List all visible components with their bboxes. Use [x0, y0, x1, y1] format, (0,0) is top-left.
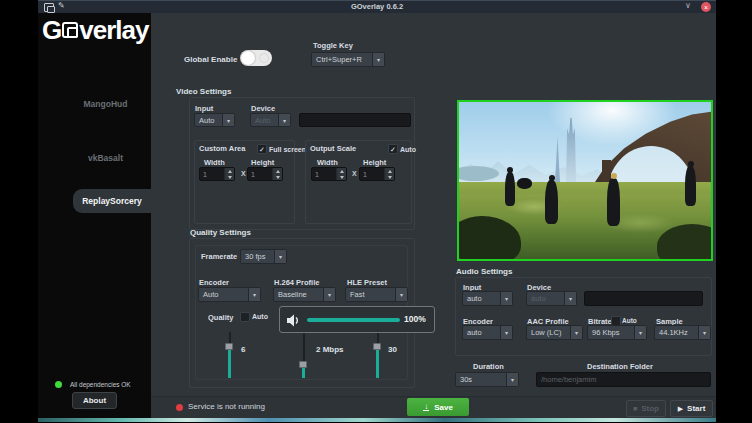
quality-auto-checkbox[interactable] [240, 312, 250, 322]
game-character-silhouette [545, 180, 558, 224]
global-enable-label: Global Enable [184, 55, 237, 64]
combo-arrow-icon[interactable]: ▾ [570, 326, 582, 339]
slider-handle[interactable] [225, 343, 233, 350]
audio-encoder-select[interactable]: auto ▾ [462, 325, 513, 340]
volume-bar[interactable] [307, 318, 400, 322]
slider-fill [376, 349, 379, 378]
goverlay-window: ✎ GOverlay 0.6.2 ∨ × Gverlay MangoHud vk… [0, 0, 752, 423]
quality-max-slider[interactable] [373, 332, 382, 378]
video-input-select[interactable]: Auto ▾ [194, 113, 235, 127]
audio-settings-title: Audio Settings [456, 267, 512, 276]
combo-arrow-icon[interactable]: ▾ [274, 250, 286, 263]
quality-min-slider[interactable] [225, 332, 234, 378]
framerate-select[interactable]: 30 fps ▾ [240, 249, 287, 264]
stop-icon: ■ [633, 405, 637, 412]
combo-arrow-icon[interactable]: ▾ [372, 53, 384, 66]
logo-text-suffix: verlay [79, 15, 148, 45]
sidebar [38, 13, 151, 418]
dependencies-status-dot [55, 381, 62, 388]
slider-handle[interactable] [299, 361, 307, 368]
start-button[interactable]: ▶ Start [670, 400, 713, 417]
save-button[interactable]: ↓ Save [407, 398, 469, 416]
audio-input-select[interactable]: auto ▾ [462, 291, 513, 306]
output-scale-auto-label: Auto [400, 146, 416, 153]
combo-arrow-icon[interactable]: ▾ [500, 292, 512, 305]
encoder-label: Encoder [199, 278, 229, 287]
goverlay-logo: Gverlay [42, 15, 148, 46]
global-enable-toggle[interactable] [240, 50, 272, 66]
audio-encoder-value: auto [463, 326, 500, 339]
combo-arrow-icon[interactable]: ▾ [500, 326, 512, 339]
slider-handle[interactable] [373, 343, 381, 350]
sidebar-item-mangohud[interactable]: MangoHud [60, 99, 151, 109]
output-width-label: Width [317, 158, 338, 167]
bitrate-value: 96 Kbps [588, 326, 634, 339]
combo-arrow-icon[interactable]: ▾ [323, 288, 335, 301]
desktop-edge-strip [38, 418, 716, 422]
spin-down-button[interactable] [337, 174, 346, 180]
chevron-down-icon[interactable]: ∨ [685, 1, 691, 10]
combo-arrow-icon[interactable]: ▾ [248, 288, 260, 301]
combo-arrow-icon[interactable]: ▾ [634, 326, 646, 339]
sidebar-item-replaysorcery[interactable]: ReplaySorcery [73, 196, 151, 206]
close-button[interactable]: × [701, 2, 711, 12]
fullscreen-checkbox[interactable]: ✓ [257, 144, 267, 154]
output-scale-title: Output Scale [310, 144, 356, 153]
video-device-select[interactable]: Auto ▾ [250, 113, 291, 127]
hle-preset-select[interactable]: Fast ▾ [345, 287, 408, 302]
spin-up-icon [228, 170, 232, 173]
sample-select[interactable]: 44.1KHz ▾ [654, 325, 711, 340]
video-settings-title: Video Settings [176, 87, 231, 96]
about-button[interactable]: About [72, 392, 117, 409]
video-device-path-input[interactable] [299, 113, 411, 127]
custom-width-value: 1 [200, 168, 224, 180]
speaker-icon [286, 313, 301, 328]
hle-preset-label: HLE Preset [347, 278, 387, 287]
toggle-key-label: Toggle Key [313, 41, 353, 50]
spin-down-button[interactable] [225, 174, 234, 180]
custom-width-spinner[interactable]: 1 [199, 167, 235, 181]
toggle-key-select[interactable]: Ctrl+Super+R ▾ [311, 52, 385, 67]
fullscreen-label: Full screen [269, 146, 306, 153]
duration-value: 30s [456, 373, 506, 386]
bitrate-slider[interactable] [299, 332, 308, 378]
h264-profile-select[interactable]: Baseline ▾ [273, 287, 336, 302]
combo-arrow-icon[interactable]: ▾ [506, 373, 518, 386]
duration-select[interactable]: 30s ▾ [455, 372, 519, 387]
output-height-spinner[interactable]: 1 [359, 167, 395, 181]
custom-height-spinner[interactable]: 1 [247, 167, 283, 181]
slider-fill [302, 367, 305, 378]
service-status-text: Service is not running [188, 402, 265, 411]
framerate-value: 30 fps [241, 250, 274, 263]
combo-arrow-icon[interactable]: ▾ [222, 114, 234, 126]
slider-fill [228, 349, 231, 378]
output-scale-auto-checkbox[interactable]: ✓ [388, 144, 398, 154]
audio-device-value: auto [527, 292, 564, 305]
sidebar-item-vkbasalt[interactable]: vkBasalt [60, 153, 151, 163]
spin-down-button[interactable] [385, 174, 394, 180]
hle-preset-value: Fast [346, 288, 395, 301]
video-device-label: Device [251, 104, 275, 113]
video-input-value: Auto [195, 114, 222, 126]
spin-down-icon [388, 176, 392, 179]
audio-device-path-input[interactable] [584, 291, 703, 306]
logo-text-prefix: G [42, 15, 61, 45]
stop-button-label: Stop [641, 404, 659, 413]
sample-value: 44.1KHz [655, 326, 698, 339]
custom-width-label: Width [204, 158, 225, 167]
stop-button[interactable]: ■ Stop [626, 400, 666, 417]
combo-arrow-icon[interactable]: ▾ [395, 288, 407, 301]
encoder-value: Auto [199, 288, 248, 301]
bitrate-select[interactable]: 96 Kbps ▾ [587, 325, 647, 340]
combo-arrow-icon: ▾ [564, 292, 576, 305]
video-device-value: Auto [251, 114, 278, 126]
audio-device-select[interactable]: auto ▾ [526, 291, 577, 306]
combo-arrow-icon[interactable]: ▾ [698, 326, 710, 339]
output-width-spinner[interactable]: 1 [311, 167, 347, 181]
toggle-key-value: Ctrl+Super+R [312, 53, 372, 66]
destination-folder-label: Destination Folder [587, 362, 653, 371]
spin-down-button[interactable] [273, 174, 282, 180]
aac-profile-select[interactable]: Low (LC) ▾ [526, 325, 583, 340]
encoder-select[interactable]: Auto ▾ [198, 287, 261, 302]
destination-folder-input[interactable]: /home/benjamim [536, 372, 711, 387]
